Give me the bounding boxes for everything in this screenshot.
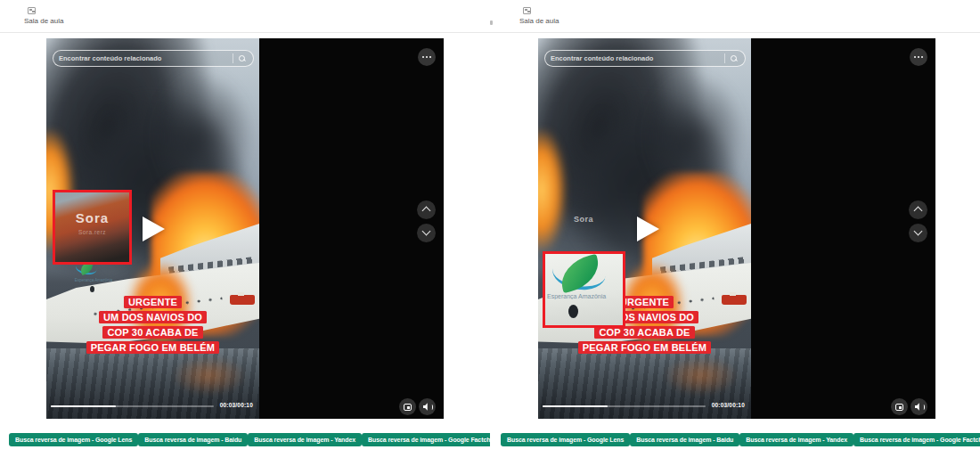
- search-input[interactable]: [53, 51, 233, 66]
- progress-fill: [543, 405, 608, 407]
- classroom-icon: [523, 7, 531, 14]
- previous-video-button[interactable]: [909, 200, 927, 219]
- time-display: 00:03/00:10: [672, 402, 745, 408]
- chevron-down-icon: [422, 227, 431, 236]
- cropped-text-fragment: [490, 20, 493, 25]
- volume-icon: [915, 403, 921, 411]
- chevron-up-icon: [914, 207, 923, 216]
- previous-video-button[interactable]: [417, 200, 436, 219]
- more-options-button[interactable]: [910, 48, 927, 66]
- caption-overlay: URGENTE UM DOS NAVIOS DO COP 30 ACABA DE…: [46, 296, 259, 354]
- picture-in-picture-button[interactable]: [399, 398, 416, 415]
- volume-button[interactable]: [419, 398, 436, 415]
- video-frame[interactable]: Esperança Amazônia URGENTE UM DOS NAVIOS…: [46, 38, 259, 419]
- search-divider: [724, 53, 725, 63]
- play-button[interactable]: [637, 217, 659, 241]
- picture-in-picture-icon: [404, 404, 412, 411]
- classroom-icon: [28, 7, 36, 14]
- fire-blaze: [538, 130, 566, 250]
- more-options-button[interactable]: [418, 48, 436, 66]
- reverse-search-yandex-button[interactable]: Busca reversa de imagem - Yandex: [248, 433, 362, 446]
- chevron-up-icon: [422, 207, 431, 216]
- sora-watermark-text: Sora: [574, 215, 593, 224]
- fact-check-panel-left: Sala de aula Esperança: [0, 0, 490, 466]
- volume-button[interactable]: [911, 398, 927, 415]
- volume-icon: [423, 403, 429, 411]
- reverse-search-yandex-button[interactable]: Busca reversa de imagem - Yandex: [739, 433, 853, 446]
- volume-wave-icon: [430, 405, 433, 410]
- caption-line: PEGAR FOGO EM BELÉM: [578, 341, 711, 354]
- sora-watermark-text: Sora: [55, 210, 129, 225]
- search-icon[interactable]: [239, 55, 246, 62]
- search-divider: [233, 53, 233, 63]
- fire-reflection: [171, 356, 247, 396]
- caption-line: COP 30 ACABA DE: [102, 326, 202, 339]
- video-player: Sora URGENTE UM DOS NAVIOS DO COP 30 ACA…: [538, 38, 935, 419]
- ellipsis-icon: [914, 56, 916, 58]
- time-display: 00:03/00:10: [180, 402, 253, 408]
- hull-porthole: [568, 305, 578, 318]
- reverse-search-button-row: Busca reversa de imagem - Google Lens Bu…: [501, 433, 973, 446]
- caption-line: PEGAR FOGO EM BELÉM: [86, 341, 219, 354]
- related-search-bar[interactable]: [53, 50, 254, 67]
- classroom-label: Sala de aula: [24, 17, 63, 25]
- progress-fill: [51, 405, 116, 407]
- sora-watermark-handle: Sora.rerz: [55, 229, 129, 235]
- ship-logo-text: Esperança Amazônia: [547, 293, 625, 299]
- search-icon[interactable]: [731, 55, 738, 62]
- caption-line: UM DOS NAVIOS DO: [99, 311, 207, 323]
- caption-line: COP 30 ACABA DE: [594, 326, 694, 339]
- highlight-rect-ship-logo: Esperança Amazônia: [543, 251, 625, 328]
- fact-check-panel-right: Sala de aula Sora URGENTE: [490, 0, 980, 466]
- hull-porthole: [90, 286, 94, 292]
- video-player: Esperança Amazônia URGENTE UM DOS NAVIOS…: [46, 38, 444, 419]
- next-video-button[interactable]: [909, 224, 927, 242]
- reverse-search-button-row: Busca reversa de imagem - Google Lens Bu…: [9, 433, 481, 446]
- reverse-search-google-factcheck-button[interactable]: Busca reversa de imagem - Google Factche…: [853, 433, 980, 446]
- chevron-down-icon: [914, 227, 923, 236]
- classroom-topbar: Sala de aula: [0, 0, 490, 33]
- lifeboat-closeup: [55, 192, 129, 262]
- reverse-search-google-lens-button[interactable]: Busca reversa de imagem - Google Lens: [501, 433, 630, 446]
- ellipsis-icon: [422, 56, 424, 58]
- play-button[interactable]: [143, 217, 165, 241]
- comparison-stage: Sala de aula Esperança: [0, 0, 980, 466]
- video-frame[interactable]: Sora URGENTE UM DOS NAVIOS DO COP 30 ACA…: [538, 38, 751, 419]
- reverse-search-google-factcheck-button[interactable]: Busca reversa de imagem - Google Factche…: [362, 433, 507, 446]
- fire-reflection: [663, 356, 739, 396]
- volume-wave-icon: [922, 405, 925, 410]
- highlight-rect-sora-watermark: Sora Sora.rerz: [53, 190, 132, 265]
- classroom-topbar: Sala de aula: [490, 0, 980, 33]
- search-input[interactable]: [545, 51, 724, 66]
- reverse-search-baidu-button[interactable]: Busca reversa de imagem - Baidu: [138, 433, 248, 446]
- classroom-label: Sala de aula: [519, 17, 559, 25]
- caption-line: URGENTE: [124, 296, 182, 308]
- picture-in-picture-icon: [895, 404, 903, 411]
- ship-logo-text: Esperança Amazônia: [62, 278, 125, 282]
- related-search-bar[interactable]: [544, 50, 746, 67]
- picture-in-picture-button[interactable]: [891, 398, 908, 415]
- reverse-search-google-lens-button[interactable]: Busca reversa de imagem - Google Lens: [9, 433, 138, 446]
- next-video-button[interactable]: [417, 224, 436, 242]
- reverse-search-baidu-button[interactable]: Busca reversa de imagem - Baidu: [630, 433, 739, 446]
